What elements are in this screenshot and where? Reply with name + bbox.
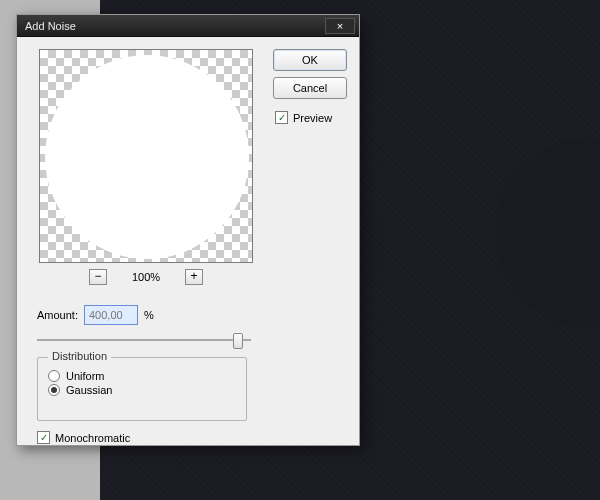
slider-track [37, 339, 251, 341]
preview-checkbox-row: ✓ Preview [275, 111, 347, 124]
app-stage: Add Noise × − 100% + OK Cancel ✓ Preview [0, 0, 600, 500]
zoom-out-button[interactable]: − [89, 269, 107, 285]
radio-uniform-row: Uniform [48, 370, 236, 382]
dialog-button-column: OK Cancel ✓ Preview [273, 49, 347, 124]
distribution-legend: Distribution [48, 350, 111, 362]
radio-uniform[interactable] [48, 370, 60, 382]
cancel-button[interactable]: Cancel [273, 77, 347, 99]
preview-noise-circle [45, 55, 249, 259]
zoom-in-button[interactable]: + [185, 269, 203, 285]
distribution-group: Distribution Uniform Gaussian [37, 357, 247, 421]
preview-label: Preview [293, 112, 332, 124]
close-button[interactable]: × [325, 18, 355, 34]
amount-label: Amount: [37, 309, 78, 321]
radio-gaussian[interactable] [48, 384, 60, 396]
radio-gaussian-label: Gaussian [66, 384, 112, 396]
monochromatic-label: Monochromatic [55, 432, 130, 444]
amount-slider[interactable] [37, 331, 251, 349]
zoom-controls: − 100% + [39, 269, 253, 285]
canvas-noise-circle [495, 138, 600, 328]
add-noise-dialog: Add Noise × − 100% + OK Cancel ✓ Preview [16, 14, 360, 446]
dialog-titlebar[interactable]: Add Noise × [17, 15, 359, 37]
monochromatic-row: ✓ Monochromatic [37, 431, 130, 444]
slider-thumb[interactable] [233, 333, 243, 349]
dialog-title: Add Noise [25, 20, 76, 32]
dialog-body: − 100% + OK Cancel ✓ Preview Amount: 400… [17, 37, 359, 445]
zoom-value: 100% [125, 271, 167, 283]
radio-uniform-label: Uniform [66, 370, 105, 382]
amount-unit: % [144, 309, 154, 321]
amount-row: Amount: 400,00 % [37, 305, 154, 325]
preview-checkbox[interactable]: ✓ [275, 111, 288, 124]
amount-field[interactable]: 400,00 [84, 305, 138, 325]
monochromatic-checkbox[interactable]: ✓ [37, 431, 50, 444]
radio-gaussian-row: Gaussian [48, 384, 236, 396]
ok-button[interactable]: OK [273, 49, 347, 71]
preview-image[interactable] [39, 49, 253, 263]
